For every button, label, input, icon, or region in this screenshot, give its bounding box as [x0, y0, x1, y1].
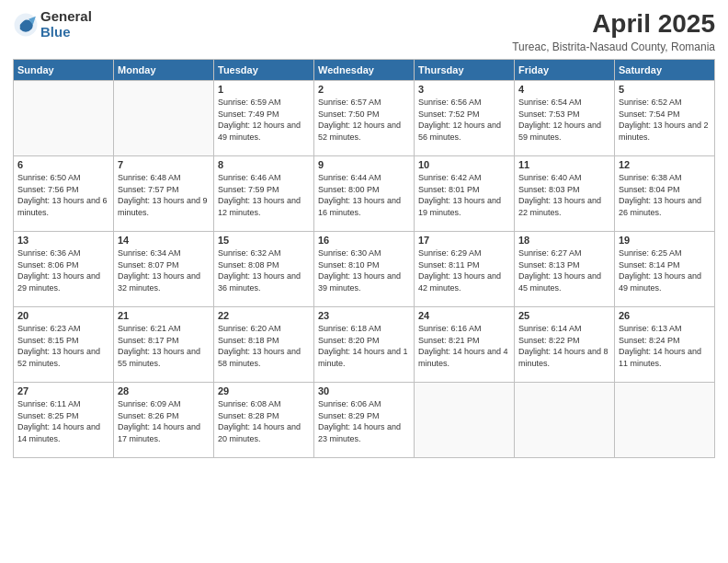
day-number: 30: [318, 385, 410, 396]
day-info: Sunrise: 6:34 AM Sunset: 8:07 PM Dayligh…: [118, 247, 210, 293]
calendar-cell: 22Sunrise: 6:20 AM Sunset: 8:18 PM Dayli…: [214, 307, 314, 383]
day-number: 20: [17, 310, 109, 321]
calendar-cell: 29Sunrise: 6:08 AM Sunset: 8:28 PM Dayli…: [214, 383, 314, 458]
calendar-cell: 5Sunrise: 6:52 AM Sunset: 7:54 PM Daylig…: [615, 81, 715, 156]
calendar-cell: 15Sunrise: 6:32 AM Sunset: 8:08 PM Dayli…: [214, 232, 314, 307]
calendar-cell: 6Sunrise: 6:50 AM Sunset: 7:56 PM Daylig…: [14, 156, 114, 232]
day-number: 26: [619, 310, 711, 321]
day-info: Sunrise: 6:13 AM Sunset: 8:24 PM Dayligh…: [619, 323, 711, 369]
day-number: 11: [518, 159, 610, 170]
title-block: April 2025 Tureac, Bistrita-Nasaud Count…: [512, 9, 715, 53]
day-info: Sunrise: 6:48 AM Sunset: 7:57 PM Dayligh…: [118, 172, 210, 218]
calendar-table: Sunday Monday Tuesday Wednesday Thursday…: [13, 59, 715, 458]
header: General Blue April 2025 Tureac, Bistrita…: [13, 9, 715, 53]
calendar-week-2: 6Sunrise: 6:50 AM Sunset: 7:56 PM Daylig…: [14, 156, 715, 232]
logo: General Blue: [13, 9, 92, 40]
day-number: 19: [619, 235, 711, 246]
calendar-cell: 20Sunrise: 6:23 AM Sunset: 8:15 PM Dayli…: [14, 307, 114, 383]
day-info: Sunrise: 6:14 AM Sunset: 8:22 PM Dayligh…: [518, 323, 610, 369]
day-info: Sunrise: 6:20 AM Sunset: 8:18 PM Dayligh…: [218, 323, 310, 369]
calendar-week-3: 13Sunrise: 6:36 AM Sunset: 8:06 PM Dayli…: [14, 232, 715, 307]
day-number: 17: [418, 235, 510, 246]
day-info: Sunrise: 6:57 AM Sunset: 7:50 PM Dayligh…: [318, 97, 410, 143]
calendar-body: 1Sunrise: 6:59 AM Sunset: 7:49 PM Daylig…: [14, 81, 715, 458]
day-number: 6: [17, 159, 109, 170]
header-row: Sunday Monday Tuesday Wednesday Thursday…: [14, 60, 715, 81]
calendar-cell: 17Sunrise: 6:29 AM Sunset: 8:11 PM Dayli…: [415, 232, 515, 307]
day-info: Sunrise: 6:46 AM Sunset: 7:59 PM Dayligh…: [218, 172, 310, 218]
day-number: 14: [118, 235, 210, 246]
calendar-cell: 19Sunrise: 6:25 AM Sunset: 8:14 PM Dayli…: [615, 232, 715, 307]
calendar-cell: 13Sunrise: 6:36 AM Sunset: 8:06 PM Dayli…: [14, 232, 114, 307]
day-info: Sunrise: 6:50 AM Sunset: 7:56 PM Dayligh…: [17, 172, 109, 218]
day-number: 28: [118, 385, 210, 396]
day-number: 15: [218, 235, 310, 246]
day-info: Sunrise: 6:30 AM Sunset: 8:10 PM Dayligh…: [318, 247, 410, 293]
header-sunday: Sunday: [14, 60, 114, 81]
calendar-cell: [515, 383, 615, 458]
day-info: Sunrise: 6:56 AM Sunset: 7:52 PM Dayligh…: [418, 97, 510, 143]
day-info: Sunrise: 6:59 AM Sunset: 7:49 PM Dayligh…: [218, 97, 310, 143]
calendar-week-5: 27Sunrise: 6:11 AM Sunset: 8:25 PM Dayli…: [14, 383, 715, 458]
day-info: Sunrise: 6:21 AM Sunset: 8:17 PM Dayligh…: [118, 323, 210, 369]
day-number: 27: [17, 385, 109, 396]
day-number: 3: [418, 84, 510, 95]
calendar-cell: [114, 81, 214, 156]
calendar-cell: 4Sunrise: 6:54 AM Sunset: 7:53 PM Daylig…: [515, 81, 615, 156]
calendar-cell: 10Sunrise: 6:42 AM Sunset: 8:01 PM Dayli…: [415, 156, 515, 232]
day-number: 9: [318, 159, 410, 170]
day-number: 7: [118, 159, 210, 170]
calendar-cell: 27Sunrise: 6:11 AM Sunset: 8:25 PM Dayli…: [14, 383, 114, 458]
day-info: Sunrise: 6:09 AM Sunset: 8:26 PM Dayligh…: [118, 398, 210, 444]
day-number: 29: [218, 385, 310, 396]
calendar-week-4: 20Sunrise: 6:23 AM Sunset: 8:15 PM Dayli…: [14, 307, 715, 383]
day-info: Sunrise: 6:52 AM Sunset: 7:54 PM Dayligh…: [619, 97, 711, 143]
calendar-cell: 12Sunrise: 6:38 AM Sunset: 8:04 PM Dayli…: [615, 156, 715, 232]
day-info: Sunrise: 6:42 AM Sunset: 8:01 PM Dayligh…: [418, 172, 510, 218]
page: General Blue April 2025 Tureac, Bistrita…: [0, 0, 728, 563]
day-info: Sunrise: 6:27 AM Sunset: 8:13 PM Dayligh…: [518, 247, 610, 293]
day-info: Sunrise: 6:54 AM Sunset: 7:53 PM Dayligh…: [518, 97, 610, 143]
header-tuesday: Tuesday: [214, 60, 314, 81]
day-info: Sunrise: 6:06 AM Sunset: 8:29 PM Dayligh…: [318, 398, 410, 444]
calendar-cell: [14, 81, 114, 156]
day-number: 8: [218, 159, 310, 170]
logo-blue: Blue: [40, 25, 92, 40]
calendar-cell: 25Sunrise: 6:14 AM Sunset: 8:22 PM Dayli…: [515, 307, 615, 383]
header-thursday: Thursday: [415, 60, 515, 81]
day-info: Sunrise: 6:11 AM Sunset: 8:25 PM Dayligh…: [17, 398, 109, 444]
calendar-cell: 14Sunrise: 6:34 AM Sunset: 8:07 PM Dayli…: [114, 232, 214, 307]
day-number: 24: [418, 310, 510, 321]
day-number: 5: [619, 84, 711, 95]
day-number: 25: [518, 310, 610, 321]
day-number: 22: [218, 310, 310, 321]
calendar-cell: 3Sunrise: 6:56 AM Sunset: 7:52 PM Daylig…: [415, 81, 515, 156]
day-info: Sunrise: 6:44 AM Sunset: 8:00 PM Dayligh…: [318, 172, 410, 218]
day-number: 2: [318, 84, 410, 95]
calendar-cell: 18Sunrise: 6:27 AM Sunset: 8:13 PM Dayli…: [515, 232, 615, 307]
header-friday: Friday: [515, 60, 615, 81]
day-number: 23: [318, 310, 410, 321]
calendar-cell: 11Sunrise: 6:40 AM Sunset: 8:03 PM Dayli…: [515, 156, 615, 232]
calendar-cell: 2Sunrise: 6:57 AM Sunset: 7:50 PM Daylig…: [314, 81, 415, 156]
header-saturday: Saturday: [615, 60, 715, 81]
day-info: Sunrise: 6:18 AM Sunset: 8:20 PM Dayligh…: [318, 323, 410, 369]
day-info: Sunrise: 6:23 AM Sunset: 8:15 PM Dayligh…: [17, 323, 109, 369]
calendar-cell: 28Sunrise: 6:09 AM Sunset: 8:26 PM Dayli…: [114, 383, 214, 458]
calendar-cell: 7Sunrise: 6:48 AM Sunset: 7:57 PM Daylig…: [114, 156, 214, 232]
header-wednesday: Wednesday: [314, 60, 415, 81]
day-number: 16: [318, 235, 410, 246]
calendar-cell: 24Sunrise: 6:16 AM Sunset: 8:21 PM Dayli…: [415, 307, 515, 383]
day-number: 18: [518, 235, 610, 246]
day-info: Sunrise: 6:32 AM Sunset: 8:08 PM Dayligh…: [218, 247, 310, 293]
calendar-week-1: 1Sunrise: 6:59 AM Sunset: 7:49 PM Daylig…: [14, 81, 715, 156]
calendar-cell: 21Sunrise: 6:21 AM Sunset: 8:17 PM Dayli…: [114, 307, 214, 383]
calendar-subtitle: Tureac, Bistrita-Nasaud County, Romania: [512, 40, 715, 53]
calendar-cell: 16Sunrise: 6:30 AM Sunset: 8:10 PM Dayli…: [314, 232, 415, 307]
day-info: Sunrise: 6:40 AM Sunset: 8:03 PM Dayligh…: [518, 172, 610, 218]
day-info: Sunrise: 6:38 AM Sunset: 8:04 PM Dayligh…: [619, 172, 711, 218]
calendar-cell: 23Sunrise: 6:18 AM Sunset: 8:20 PM Dayli…: [314, 307, 415, 383]
day-info: Sunrise: 6:36 AM Sunset: 8:06 PM Dayligh…: [17, 247, 109, 293]
day-number: 10: [418, 159, 510, 170]
day-info: Sunrise: 6:16 AM Sunset: 8:21 PM Dayligh…: [418, 323, 510, 369]
